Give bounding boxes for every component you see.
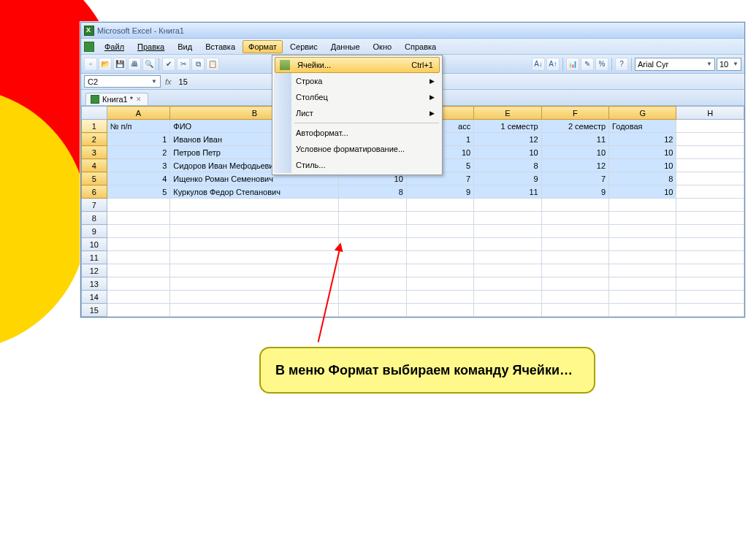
row-header-5[interactable]: 5 [82, 172, 107, 185]
cell[interactable]: 7 [541, 172, 608, 185]
cell[interactable] [339, 291, 406, 304]
row-header-10[interactable]: 10 [82, 238, 107, 251]
excel-small-icon[interactable] [84, 42, 94, 52]
cell[interactable] [107, 277, 170, 291]
cell[interactable] [676, 172, 744, 185]
cell[interactable] [676, 212, 744, 225]
cell[interactable] [541, 225, 608, 238]
cell[interactable]: 11 [474, 185, 541, 199]
menu-window[interactable]: Окно [367, 40, 398, 53]
cell[interactable]: 10 [541, 146, 608, 159]
row-header-3[interactable]: 3 [82, 146, 107, 159]
help-icon[interactable]: ? [615, 58, 628, 71]
cell[interactable] [676, 133, 744, 146]
spelling-icon[interactable]: ✔ [162, 58, 175, 71]
cell[interactable] [406, 304, 473, 317]
print-icon[interactable]: 🖶 [128, 58, 141, 71]
cell[interactable]: 10 [474, 146, 541, 159]
cell[interactable] [541, 304, 608, 317]
cell[interactable] [107, 264, 170, 277]
cell[interactable] [676, 304, 744, 317]
cell[interactable] [107, 251, 170, 264]
cell[interactable]: 10 [609, 146, 676, 159]
col-header-H[interactable]: H [676, 107, 744, 120]
name-box[interactable]: C2 ▼ [84, 75, 161, 88]
cell[interactable]: 5 [107, 185, 170, 199]
save-icon[interactable]: 💾 [113, 58, 126, 71]
menu-item-row[interactable]: Строка ▶ [274, 73, 440, 89]
workbook-tab[interactable]: Книга1 * ✕ [85, 93, 148, 105]
cell[interactable] [107, 238, 170, 251]
paste-icon[interactable]: 📋 [206, 58, 219, 71]
cell[interactable] [406, 291, 473, 304]
cell[interactable] [474, 264, 541, 277]
cell[interactable] [107, 291, 170, 304]
cell[interactable]: 11 [541, 133, 608, 146]
cell[interactable] [406, 264, 473, 277]
cell[interactable] [676, 199, 744, 212]
cell[interactable]: 9 [474, 172, 541, 185]
cell[interactable]: 12 [541, 159, 608, 172]
cell[interactable] [170, 212, 339, 225]
cell[interactable] [107, 212, 170, 225]
cell[interactable] [609, 225, 676, 238]
cell[interactable] [676, 238, 744, 251]
row-header-13[interactable]: 13 [82, 277, 107, 291]
menu-data[interactable]: Данные [325, 40, 366, 53]
sort-asc-icon[interactable]: A↓ [532, 58, 545, 71]
menu-item-style[interactable]: Стиль... [274, 157, 440, 173]
row-header-4[interactable]: 4 [82, 159, 107, 172]
close-tab-icon[interactable]: ✕ [136, 96, 142, 103]
row-header-15[interactable]: 15 [82, 304, 107, 317]
cell[interactable] [339, 212, 406, 225]
copy-icon[interactable]: ⧉ [191, 58, 205, 71]
cell[interactable] [170, 291, 339, 304]
chart-icon[interactable]: 📊 [566, 58, 579, 71]
menu-file[interactable]: Файл [99, 40, 130, 53]
cell[interactable] [541, 238, 608, 251]
cell[interactable] [609, 264, 676, 277]
cell[interactable] [406, 199, 473, 212]
zoom-icon[interactable]: % [595, 58, 608, 71]
cell[interactable]: 8 [609, 172, 676, 185]
row-header-8[interactable]: 8 [82, 212, 107, 225]
cell[interactable] [609, 277, 676, 291]
cut-icon[interactable]: ✂ [177, 58, 190, 71]
menu-help[interactable]: Справка [399, 40, 442, 53]
cell[interactable]: № п/п [107, 120, 170, 133]
menu-item-cells[interactable]: Ячейки... Ctrl+1 [275, 57, 440, 73]
font-selector[interactable]: Arial Cyr ▼ [635, 58, 715, 71]
menu-item-autoformat[interactable]: Автоформат... [274, 125, 440, 141]
cell[interactable]: 10 [609, 159, 676, 172]
cell[interactable] [339, 251, 406, 264]
menu-format[interactable]: Формат [243, 40, 283, 53]
cell[interactable]: 3 [107, 159, 170, 172]
cell[interactable] [107, 225, 170, 238]
cell[interactable]: 9 [541, 185, 608, 199]
row-header-2[interactable]: 2 [82, 133, 107, 146]
cell[interactable] [170, 199, 339, 212]
cell[interactable] [676, 277, 744, 291]
menu-tools[interactable]: Сервис [284, 40, 324, 53]
col-header-F[interactable]: F [541, 107, 608, 120]
cell[interactable] [609, 238, 676, 251]
cell[interactable]: 2 [107, 146, 170, 159]
cell[interactable] [170, 225, 339, 238]
sort-desc-icon[interactable]: A↑ [546, 58, 560, 71]
cell[interactable] [170, 238, 339, 251]
col-header-G[interactable]: G [609, 107, 676, 120]
print-preview-icon[interactable]: 🔍 [142, 58, 156, 71]
cell[interactable] [339, 304, 406, 317]
title-bar[interactable]: Microsoft Excel - Книга1 [81, 23, 744, 39]
col-header-A[interactable]: A [107, 107, 170, 120]
cell[interactable] [339, 264, 406, 277]
col-header-E[interactable]: E [474, 107, 541, 120]
row-header-12[interactable]: 12 [82, 264, 107, 277]
cell[interactable]: 12 [474, 133, 541, 146]
new-icon[interactable]: ▫ [84, 58, 97, 71]
cell[interactable] [170, 304, 339, 317]
menu-item-column[interactable]: Столбец ▶ [274, 89, 440, 105]
cell[interactable] [541, 251, 608, 264]
select-all-corner[interactable] [82, 107, 107, 120]
cell[interactable] [676, 159, 744, 172]
